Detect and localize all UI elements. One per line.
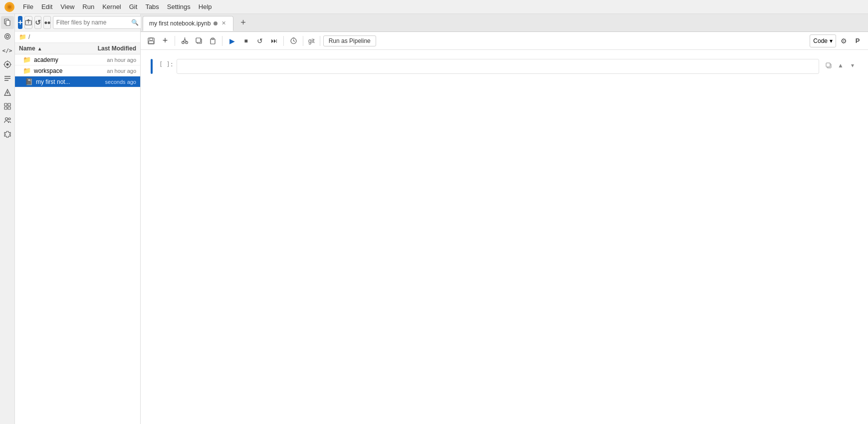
menu-bar: File Edit View Run Kernel Git Tabs Setti… bbox=[0, 0, 868, 14]
svg-point-6 bbox=[6, 35, 8, 38]
active-file-dot bbox=[19, 80, 23, 84]
menu-kernel[interactable]: Kernel bbox=[98, 2, 125, 11]
file-table-header: Name ▲ Last Modified bbox=[15, 43, 140, 54]
cut-button[interactable] bbox=[178, 34, 191, 47]
svg-point-17 bbox=[6, 92, 8, 94]
sidebar-files-btn[interactable] bbox=[1, 16, 14, 29]
cell-move-down-button[interactable]: ▾ bbox=[847, 60, 858, 71]
menu-run[interactable]: Run bbox=[78, 2, 98, 11]
refresh-button[interactable]: ↺ bbox=[34, 16, 41, 29]
menu-tabs[interactable]: Tabs bbox=[141, 2, 163, 11]
add-cell-button[interactable]: + bbox=[159, 34, 172, 47]
file-time-workspace: an hour ago bbox=[81, 68, 136, 74]
upload-button[interactable] bbox=[24, 16, 32, 29]
paste-button[interactable] bbox=[206, 34, 219, 47]
svg-point-2 bbox=[8, 5, 11, 8]
sidebar-git-btn[interactable] bbox=[1, 30, 14, 43]
menu-settings[interactable]: Settings bbox=[163, 2, 195, 11]
cell-actions: ▲ ▾ bbox=[823, 59, 858, 71]
file-name-academy: 📁 academy bbox=[23, 56, 81, 63]
toolbar-separator bbox=[175, 36, 175, 46]
sort-arrow-icon: ▲ bbox=[37, 46, 42, 51]
kernel-settings-button[interactable]: ⚙ bbox=[837, 34, 850, 47]
folder-icon: 📁 bbox=[23, 56, 31, 63]
add-tab-button[interactable]: + bbox=[236, 16, 249, 29]
svg-rect-4 bbox=[6, 20, 10, 25]
svg-rect-22 bbox=[8, 107, 10, 109]
table-row[interactable]: 📁 academy an hour ago bbox=[15, 54, 140, 65]
sidebar-debugger-btn[interactable] bbox=[1, 86, 14, 99]
file-time-notebook: seconds ago bbox=[81, 79, 136, 85]
sidebar-code-btn[interactable]: </> bbox=[1, 44, 14, 57]
svg-rect-20 bbox=[8, 103, 10, 106]
sidebar-data-btn[interactable] bbox=[1, 100, 14, 113]
cell-editor[interactable] bbox=[177, 59, 819, 74]
column-modified[interactable]: Last Modified bbox=[81, 45, 136, 52]
app-logo bbox=[4, 1, 15, 12]
menu-view[interactable]: View bbox=[56, 2, 78, 11]
menu-git[interactable]: Git bbox=[125, 2, 142, 11]
svg-point-7 bbox=[6, 63, 8, 66]
cell-type-select[interactable]: Code ▾ bbox=[810, 34, 836, 47]
search-input[interactable] bbox=[56, 19, 131, 26]
git-label: git bbox=[306, 37, 317, 44]
svg-point-24 bbox=[8, 118, 10, 120]
cell-active-indicator bbox=[151, 59, 153, 74]
svg-point-23 bbox=[5, 118, 7, 120]
tab-bar: my first notebook.ipynb ✕ + bbox=[141, 14, 868, 32]
cell-type-chevron: ▾ bbox=[830, 37, 833, 44]
run-cell-button[interactable]: ▶ bbox=[225, 34, 238, 47]
cell-copy-button[interactable] bbox=[823, 60, 834, 71]
folder-icon: 📁 bbox=[23, 67, 31, 74]
notebook-cell: [ ]: ▲ ▾ bbox=[151, 58, 858, 75]
sidebar-users-btn[interactable] bbox=[1, 114, 14, 127]
stop-button[interactable]: ■ bbox=[239, 34, 252, 47]
icon-sidebar: </> bbox=[0, 14, 15, 424]
new-file-button[interactable]: + bbox=[18, 16, 22, 29]
save-button[interactable] bbox=[145, 34, 158, 47]
notebook-toolbar: + bbox=[141, 32, 868, 50]
time-button[interactable] bbox=[287, 34, 300, 47]
search-icon: 🔍 bbox=[131, 19, 139, 26]
cell-execution-label: [ ]: bbox=[157, 59, 177, 68]
restart-run-button[interactable]: ⏭ bbox=[267, 34, 280, 47]
svg-rect-28 bbox=[150, 38, 153, 40]
more-options-button[interactable]: ●● bbox=[43, 16, 51, 29]
menu-file[interactable]: File bbox=[19, 2, 37, 11]
file-panel: + ↺ ●● 🔍 📁 / bbox=[15, 14, 141, 424]
table-row[interactable]: 📓 my first not... seconds ago bbox=[15, 76, 140, 87]
cell-type-label: Code bbox=[813, 37, 828, 44]
restart-button[interactable]: ↺ bbox=[253, 34, 266, 47]
svg-rect-19 bbox=[4, 103, 7, 106]
toolbar-separator-4 bbox=[303, 36, 303, 46]
sidebar-extensions-btn[interactable] bbox=[1, 58, 14, 71]
tab-my-first-notebook[interactable]: my first notebook.ipynb ✕ bbox=[143, 16, 233, 31]
sidebar-toc-btn[interactable] bbox=[1, 72, 14, 85]
tab-close-button[interactable]: ✕ bbox=[220, 19, 227, 27]
menu-edit[interactable]: Edit bbox=[37, 2, 56, 11]
menu-help[interactable]: Help bbox=[195, 2, 216, 11]
svg-rect-29 bbox=[149, 41, 154, 43]
run-pipeline-button[interactable]: Run as Pipeline bbox=[323, 35, 376, 46]
breadcrumb-folder-icon: 📁 bbox=[19, 33, 26, 40]
toolbar-separator-5 bbox=[320, 36, 320, 46]
toolbar-separator-2 bbox=[222, 36, 222, 46]
svg-rect-45 bbox=[826, 63, 830, 67]
search-box[interactable]: 🔍 bbox=[53, 16, 142, 29]
tab-unsaved-dot bbox=[214, 21, 217, 25]
file-table: Name ▲ Last Modified 📁 academy an hour a… bbox=[15, 43, 140, 424]
column-name[interactable]: Name ▲ bbox=[19, 45, 81, 52]
file-toolbar: + ↺ ●● 🔍 bbox=[15, 14, 140, 31]
notebook-content: [ ]: ▲ ▾ bbox=[141, 50, 868, 424]
sidebar-puzzle-btn[interactable] bbox=[1, 128, 14, 141]
svg-line-41 bbox=[293, 41, 295, 41]
toolbar-separator-3 bbox=[283, 36, 284, 46]
breadcrumb: 📁 / bbox=[15, 31, 140, 43]
breadcrumb-path: / bbox=[28, 33, 30, 40]
more-button[interactable]: P bbox=[851, 34, 864, 47]
cell-move-up-button[interactable]: ▲ bbox=[835, 60, 846, 71]
table-row[interactable]: 📁 workspace an hour ago bbox=[15, 65, 140, 76]
main-area: </> bbox=[0, 14, 868, 424]
svg-rect-36 bbox=[196, 38, 201, 42]
copy-button[interactable] bbox=[192, 34, 205, 47]
